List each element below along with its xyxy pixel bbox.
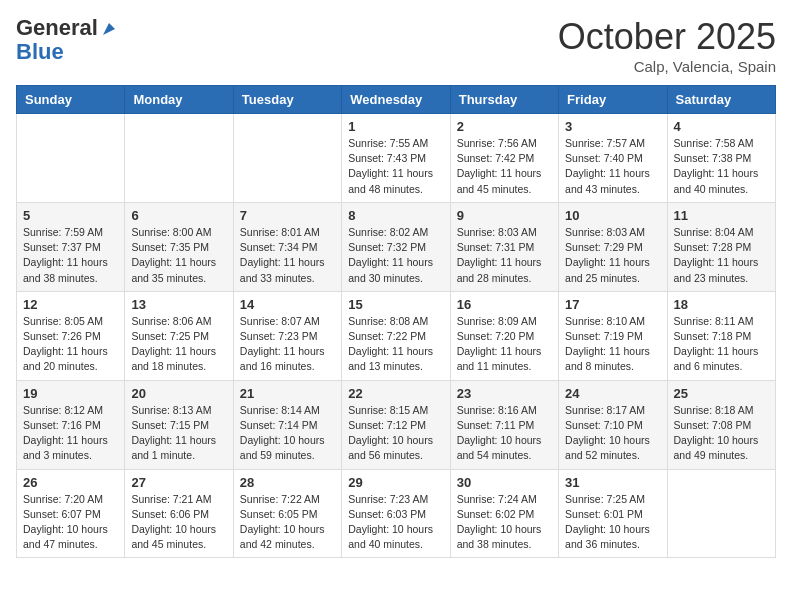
day-info: Sunrise: 7:24 AM Sunset: 6:02 PM Dayligh… [457, 492, 552, 553]
calendar-cell: 12Sunrise: 8:05 AM Sunset: 7:26 PM Dayli… [17, 291, 125, 380]
calendar-cell: 25Sunrise: 8:18 AM Sunset: 7:08 PM Dayli… [667, 380, 775, 469]
day-number: 20 [131, 386, 226, 401]
calendar-cell: 16Sunrise: 8:09 AM Sunset: 7:20 PM Dayli… [450, 291, 558, 380]
calendar-cell [125, 114, 233, 203]
day-number: 31 [565, 475, 660, 490]
calendar-cell: 7Sunrise: 8:01 AM Sunset: 7:34 PM Daylig… [233, 202, 341, 291]
day-number: 25 [674, 386, 769, 401]
day-info: Sunrise: 8:11 AM Sunset: 7:18 PM Dayligh… [674, 314, 769, 375]
calendar-cell [233, 114, 341, 203]
calendar-table: SundayMondayTuesdayWednesdayThursdayFrid… [16, 85, 776, 558]
day-number: 16 [457, 297, 552, 312]
day-number: 3 [565, 119, 660, 134]
day-info: Sunrise: 7:22 AM Sunset: 6:05 PM Dayligh… [240, 492, 335, 553]
day-number: 11 [674, 208, 769, 223]
calendar-cell: 23Sunrise: 8:16 AM Sunset: 7:11 PM Dayli… [450, 380, 558, 469]
day-info: Sunrise: 7:55 AM Sunset: 7:43 PM Dayligh… [348, 136, 443, 197]
day-info: Sunrise: 8:08 AM Sunset: 7:22 PM Dayligh… [348, 314, 443, 375]
page-header: General Blue October 2025 Calp, Valencia… [16, 16, 776, 75]
calendar-week-row: 12Sunrise: 8:05 AM Sunset: 7:26 PM Dayli… [17, 291, 776, 380]
day-number: 12 [23, 297, 118, 312]
day-info: Sunrise: 7:59 AM Sunset: 7:37 PM Dayligh… [23, 225, 118, 286]
weekday-header: Monday [125, 86, 233, 114]
day-number: 13 [131, 297, 226, 312]
weekday-header: Friday [559, 86, 667, 114]
calendar-cell [667, 469, 775, 558]
calendar-cell: 9Sunrise: 8:03 AM Sunset: 7:31 PM Daylig… [450, 202, 558, 291]
calendar-cell: 15Sunrise: 8:08 AM Sunset: 7:22 PM Dayli… [342, 291, 450, 380]
logo-blue-text: Blue [16, 40, 118, 64]
calendar-week-row: 26Sunrise: 7:20 AM Sunset: 6:07 PM Dayli… [17, 469, 776, 558]
calendar-cell: 29Sunrise: 7:23 AM Sunset: 6:03 PM Dayli… [342, 469, 450, 558]
day-info: Sunrise: 8:17 AM Sunset: 7:10 PM Dayligh… [565, 403, 660, 464]
day-number: 19 [23, 386, 118, 401]
calendar-cell: 22Sunrise: 8:15 AM Sunset: 7:12 PM Dayli… [342, 380, 450, 469]
day-info: Sunrise: 8:09 AM Sunset: 7:20 PM Dayligh… [457, 314, 552, 375]
calendar-week-row: 1Sunrise: 7:55 AM Sunset: 7:43 PM Daylig… [17, 114, 776, 203]
day-info: Sunrise: 7:56 AM Sunset: 7:42 PM Dayligh… [457, 136, 552, 197]
calendar-body: 1Sunrise: 7:55 AM Sunset: 7:43 PM Daylig… [17, 114, 776, 558]
day-number: 2 [457, 119, 552, 134]
location: Calp, Valencia, Spain [558, 58, 776, 75]
calendar-cell: 3Sunrise: 7:57 AM Sunset: 7:40 PM Daylig… [559, 114, 667, 203]
day-number: 17 [565, 297, 660, 312]
day-number: 14 [240, 297, 335, 312]
day-number: 9 [457, 208, 552, 223]
day-info: Sunrise: 8:16 AM Sunset: 7:11 PM Dayligh… [457, 403, 552, 464]
logo: General Blue [16, 16, 118, 64]
day-number: 29 [348, 475, 443, 490]
day-number: 18 [674, 297, 769, 312]
svg-marker-0 [103, 23, 115, 35]
weekday-header: Thursday [450, 86, 558, 114]
calendar-cell: 8Sunrise: 8:02 AM Sunset: 7:32 PM Daylig… [342, 202, 450, 291]
day-number: 5 [23, 208, 118, 223]
day-number: 10 [565, 208, 660, 223]
month-title: October 2025 [558, 16, 776, 58]
day-number: 4 [674, 119, 769, 134]
day-info: Sunrise: 8:03 AM Sunset: 7:29 PM Dayligh… [565, 225, 660, 286]
day-info: Sunrise: 8:10 AM Sunset: 7:19 PM Dayligh… [565, 314, 660, 375]
calendar-cell: 26Sunrise: 7:20 AM Sunset: 6:07 PM Dayli… [17, 469, 125, 558]
day-number: 30 [457, 475, 552, 490]
day-number: 28 [240, 475, 335, 490]
day-info: Sunrise: 7:20 AM Sunset: 6:07 PM Dayligh… [23, 492, 118, 553]
day-info: Sunrise: 7:21 AM Sunset: 6:06 PM Dayligh… [131, 492, 226, 553]
calendar-cell: 13Sunrise: 8:06 AM Sunset: 7:25 PM Dayli… [125, 291, 233, 380]
day-number: 23 [457, 386, 552, 401]
day-number: 6 [131, 208, 226, 223]
calendar-cell: 11Sunrise: 8:04 AM Sunset: 7:28 PM Dayli… [667, 202, 775, 291]
day-info: Sunrise: 8:02 AM Sunset: 7:32 PM Dayligh… [348, 225, 443, 286]
weekday-header: Sunday [17, 86, 125, 114]
day-info: Sunrise: 8:05 AM Sunset: 7:26 PM Dayligh… [23, 314, 118, 375]
day-number: 22 [348, 386, 443, 401]
calendar-cell: 27Sunrise: 7:21 AM Sunset: 6:06 PM Dayli… [125, 469, 233, 558]
day-info: Sunrise: 8:00 AM Sunset: 7:35 PM Dayligh… [131, 225, 226, 286]
day-info: Sunrise: 8:07 AM Sunset: 7:23 PM Dayligh… [240, 314, 335, 375]
calendar-cell: 28Sunrise: 7:22 AM Sunset: 6:05 PM Dayli… [233, 469, 341, 558]
day-info: Sunrise: 8:18 AM Sunset: 7:08 PM Dayligh… [674, 403, 769, 464]
calendar-cell: 5Sunrise: 7:59 AM Sunset: 7:37 PM Daylig… [17, 202, 125, 291]
day-number: 15 [348, 297, 443, 312]
title-area: October 2025 Calp, Valencia, Spain [558, 16, 776, 75]
calendar-cell: 10Sunrise: 8:03 AM Sunset: 7:29 PM Dayli… [559, 202, 667, 291]
day-info: Sunrise: 7:23 AM Sunset: 6:03 PM Dayligh… [348, 492, 443, 553]
calendar-week-row: 5Sunrise: 7:59 AM Sunset: 7:37 PM Daylig… [17, 202, 776, 291]
day-number: 21 [240, 386, 335, 401]
day-info: Sunrise: 8:06 AM Sunset: 7:25 PM Dayligh… [131, 314, 226, 375]
calendar-cell: 18Sunrise: 8:11 AM Sunset: 7:18 PM Dayli… [667, 291, 775, 380]
day-number: 8 [348, 208, 443, 223]
weekday-header: Tuesday [233, 86, 341, 114]
calendar-cell: 4Sunrise: 7:58 AM Sunset: 7:38 PM Daylig… [667, 114, 775, 203]
calendar-cell: 14Sunrise: 8:07 AM Sunset: 7:23 PM Dayli… [233, 291, 341, 380]
day-info: Sunrise: 8:14 AM Sunset: 7:14 PM Dayligh… [240, 403, 335, 464]
day-info: Sunrise: 8:03 AM Sunset: 7:31 PM Dayligh… [457, 225, 552, 286]
calendar-cell: 19Sunrise: 8:12 AM Sunset: 7:16 PM Dayli… [17, 380, 125, 469]
calendar-cell: 20Sunrise: 8:13 AM Sunset: 7:15 PM Dayli… [125, 380, 233, 469]
calendar-cell: 31Sunrise: 7:25 AM Sunset: 6:01 PM Dayli… [559, 469, 667, 558]
day-info: Sunrise: 8:04 AM Sunset: 7:28 PM Dayligh… [674, 225, 769, 286]
calendar-cell: 6Sunrise: 8:00 AM Sunset: 7:35 PM Daylig… [125, 202, 233, 291]
day-number: 7 [240, 208, 335, 223]
weekday-header: Saturday [667, 86, 775, 114]
calendar-cell: 30Sunrise: 7:24 AM Sunset: 6:02 PM Dayli… [450, 469, 558, 558]
calendar-cell: 1Sunrise: 7:55 AM Sunset: 7:43 PM Daylig… [342, 114, 450, 203]
